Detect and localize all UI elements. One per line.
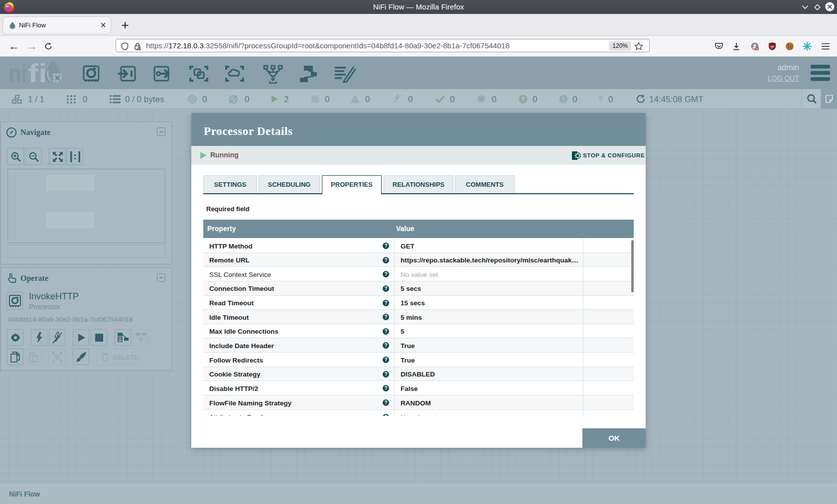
svg-text:ni: ni bbox=[8, 60, 27, 88]
